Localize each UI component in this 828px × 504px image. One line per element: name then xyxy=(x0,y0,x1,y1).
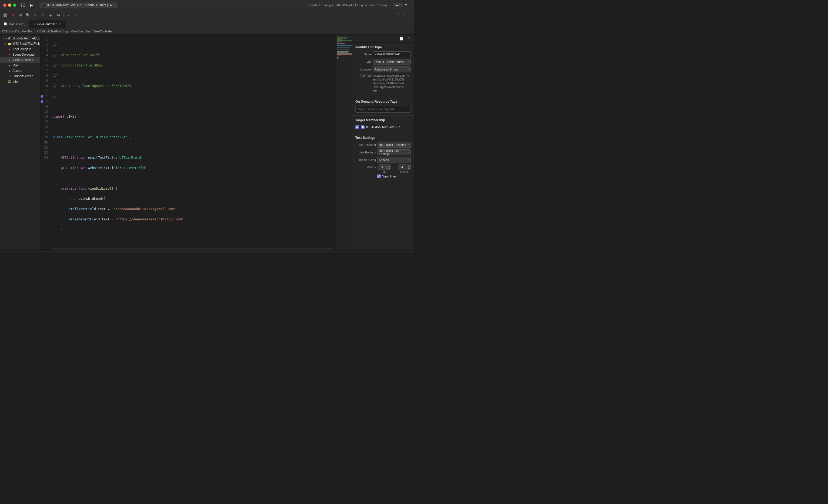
hide-inspector-icon[interactable]: ⊡ xyxy=(406,12,412,18)
filter-icon[interactable]: ⊕ xyxy=(40,12,46,18)
sidebar-item-group[interactable]: ▼ 📁 iOS16dot2TextFieldBug xyxy=(0,41,40,46)
svg-rect-4 xyxy=(3,13,5,15)
identity-type-title: Identity and Type xyxy=(355,45,411,49)
sidebar-item-main[interactable]: ■ Main xyxy=(0,63,40,68)
target-checkbox[interactable] xyxy=(355,125,359,129)
type-dropdown[interactable]: Default – Swift Source ▾ xyxy=(373,59,411,65)
plist-icon: ☰ xyxy=(8,80,11,84)
tab-width-down[interactable]: ▼ xyxy=(387,167,391,170)
wrap-lines-checkbox[interactable] xyxy=(377,175,381,178)
swift-file-icon: ● xyxy=(33,22,35,26)
view-mode-toggle[interactable]: ⊞ xyxy=(406,252,412,252)
add-tab-button[interactable]: + xyxy=(405,2,411,8)
maximize-button[interactable] xyxy=(13,3,16,7)
file-inspector-icon[interactable]: 📄 xyxy=(398,36,404,42)
sidebar-item-info[interactable]: ☰ Info xyxy=(0,79,40,84)
sidebar-root-label: iOS16dot2TextFieldBug xyxy=(8,37,41,40)
indent-width-down[interactable]: ▼ xyxy=(407,167,411,170)
tab-width-up[interactable]: ▲ xyxy=(387,165,391,167)
sort-bottom-icon[interactable]: ↕ xyxy=(17,252,23,252)
close-button[interactable] xyxy=(3,3,6,7)
name-input[interactable]: ViewController.swift xyxy=(373,51,411,57)
git-icon[interactable]: ◈ xyxy=(48,12,53,18)
target-app-icon xyxy=(361,125,365,129)
sidebar-main-label: Main xyxy=(12,63,19,67)
text-encoding-dropdown[interactable]: No Explicit Encoding ▾ xyxy=(377,142,411,148)
bc-file[interactable]: ViewController xyxy=(93,30,113,33)
separator-text: › xyxy=(82,3,83,7)
inspector-panel: 📄 ? Identity and Type Name ViewControlle… xyxy=(352,35,414,250)
add-file-icon[interactable]: ⊞ xyxy=(17,12,23,18)
quick-help-icon[interactable]: ? xyxy=(406,36,412,42)
build-status: Finished running iOS16dot2TextFieldBug o… xyxy=(306,3,391,7)
editor-options-icon[interactable]: ☰ xyxy=(396,12,401,18)
warning-icon[interactable]: ⚠ xyxy=(33,12,38,18)
text-encoding-row: Text Encoding No Explicit Encoding ▾ xyxy=(355,142,411,148)
bc-class[interactable]: ViewController xyxy=(71,30,90,33)
indent-width-input[interactable] xyxy=(398,165,406,170)
svg-rect-1 xyxy=(23,3,25,4)
split-editor-icon[interactable]: ⊟ xyxy=(388,12,394,18)
toolbar: ✕ ⊞ 🔍 ⚠ ⊕ ◈ 🏷 ‹ › ⊟ ☰ ⊡ xyxy=(0,10,414,20)
line-endings-dropdown[interactable]: No Explicit Line Endings ▾ xyxy=(377,149,411,155)
location-dropdown[interactable]: Relative to Group ▾ xyxy=(373,66,411,73)
target-name: iOS16dot2TextFieldBug xyxy=(366,125,400,129)
reveal-in-finder-button[interactable]: ⊙ xyxy=(406,74,411,78)
sidebar-item-root[interactable]: ▼ ■ iOS16dot2TextFieldBug xyxy=(0,36,40,41)
text-settings-section: Text Settings Text Encoding No Explicit … xyxy=(352,133,414,181)
sidebar-scenedelegate-label: SceneDelegate xyxy=(12,53,35,56)
code-text[interactable]: // // ViewController.swift // iOS16dot2T… xyxy=(51,35,336,250)
indent-using-row: Indent Using Spaces ▾ xyxy=(355,157,411,163)
type-label: Type xyxy=(355,60,372,63)
forward-icon[interactable]: › xyxy=(73,12,79,18)
tab-viewcontroller-label: ViewController xyxy=(37,22,57,26)
chevron-down-icon-5: ▾ xyxy=(408,158,409,161)
type-row: Type Default – Swift Source ▾ xyxy=(355,59,411,65)
indent-width-up[interactable]: ▲ xyxy=(407,165,411,167)
tab-close-button[interactable]: ✕ xyxy=(58,22,62,26)
sidebar-item-viewcontroller[interactable]: ● ViewController xyxy=(0,57,40,63)
editor-breadcrumb: iOS16dot2TextFieldBug › iOS16dot2TextFie… xyxy=(0,28,414,35)
tab-width-input[interactable] xyxy=(378,165,387,170)
bc-folder[interactable]: iOS16dot2TextFieldBug xyxy=(37,30,68,33)
storyboard-icon: ■ xyxy=(8,64,11,67)
editor-tabbar: 📄 Main (Base) ● ViewController ✕ xyxy=(0,20,414,28)
location-row: Location Relative to Group ▾ xyxy=(355,66,411,73)
assets-icon: ◈ xyxy=(8,69,11,73)
tab-viewcontroller[interactable]: ● ViewController ✕ xyxy=(30,20,66,28)
back-icon[interactable]: ‹ xyxy=(66,12,72,18)
tag-icon[interactable]: 🏷 xyxy=(55,12,61,18)
sidebar-item-assets[interactable]: ◈ Assets xyxy=(0,68,40,74)
indent-using-label: Indent Using xyxy=(355,158,376,162)
run-button[interactable]: ▶ xyxy=(28,2,35,8)
filter-input[interactable] xyxy=(24,252,51,252)
chevron-down-icon-2: ▾ xyxy=(408,68,409,71)
code-editor[interactable]: 1 2 3 4 5 6 7 8 9 10 11 12 13 14 15 16 1… xyxy=(41,35,352,250)
sidebar-appdelegate-label: AppDelegate xyxy=(12,47,31,51)
add-file-bottom-button[interactable]: + xyxy=(2,252,8,252)
on-demand-input[interactable] xyxy=(355,106,411,112)
bc-project[interactable]: iOS16dot2TextFieldBug xyxy=(2,30,34,33)
target-membership-title: Target Membership xyxy=(355,118,411,122)
minimize-button[interactable] xyxy=(8,3,11,7)
sidebar-item-scenedelegate[interactable]: ● SceneDelegate xyxy=(0,52,40,57)
indent-using-dropdown[interactable]: Spaces ▾ xyxy=(377,157,411,163)
sidebar-item-appdelegate[interactable]: ● AppDelegate xyxy=(0,46,40,52)
bottom-bar: + ⊕ ↕ Line: 21 Col: 1 ⊞ xyxy=(0,250,414,252)
tab-main-base[interactable]: 📄 Main (Base) xyxy=(0,20,30,28)
indent-sublabel: Indent xyxy=(398,171,411,173)
file-browser-icon[interactable] xyxy=(2,12,8,18)
line-endings-value: No Explicit Line Endings xyxy=(379,149,408,155)
scheme-selector[interactable]: 📱 iOS16dot2TextFieldBug › iPhone 12 mini… xyxy=(39,2,303,8)
tab-sublabel: Tab xyxy=(377,171,390,173)
sidebar-toggle-button[interactable] xyxy=(20,3,26,8)
identity-type-section: Identity and Type Name ViewController.sw… xyxy=(352,43,414,97)
titlebar: ▶ 📱 iOS16dot2TextFieldBug › iPhone 12 mi… xyxy=(0,0,414,10)
cloud-badge[interactable]: ☁ 1 xyxy=(393,3,403,7)
search-icon[interactable]: 🔍 xyxy=(25,12,31,18)
text-encoding-label: Text Encoding xyxy=(355,143,376,146)
x-icon[interactable]: ✕ xyxy=(10,12,16,18)
sidebar-item-launchscreen[interactable]: ✕ LaunchScreen xyxy=(0,74,40,79)
filter-bottom-icon[interactable]: ⊕ xyxy=(10,252,16,252)
scheme-device-button[interactable]: 📱 iOS16dot2TextFieldBug › iPhone 12 mini… xyxy=(39,2,118,8)
